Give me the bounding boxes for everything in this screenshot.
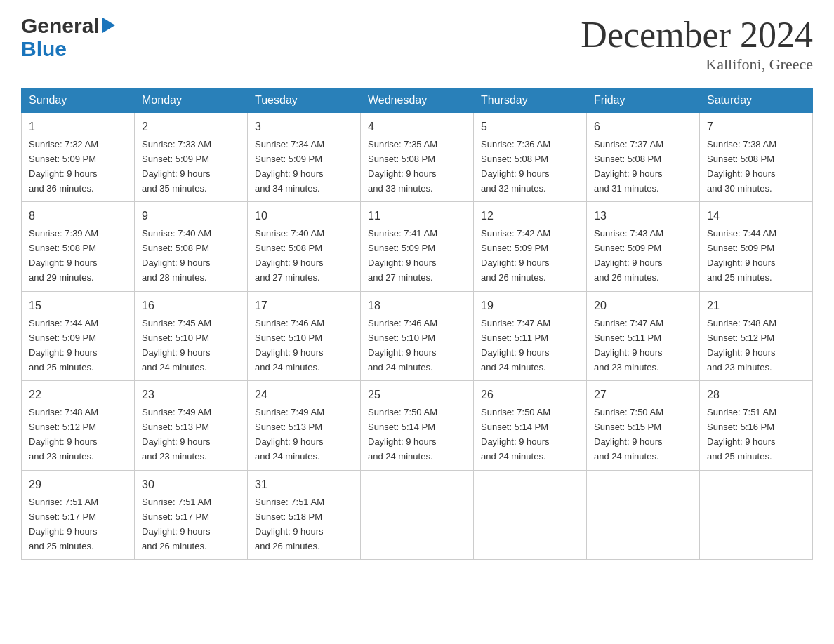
logo-general: General [21,14,100,37]
header-monday: Monday [135,88,248,113]
day-info: Sunrise: 7:38 AMSunset: 5:08 PMDaylight:… [707,139,776,194]
day-info: Sunrise: 7:39 AMSunset: 5:08 PMDaylight:… [29,228,98,283]
day-number: 30 [142,476,240,494]
table-row [361,470,474,559]
header-sunday: Sunday [22,88,135,113]
calendar-week-row: 15Sunrise: 7:44 AMSunset: 5:09 PMDayligh… [22,291,813,380]
table-row: 9Sunrise: 7:40 AMSunset: 5:08 PMDaylight… [135,202,248,291]
calendar-week-row: 29Sunrise: 7:51 AMSunset: 5:17 PMDayligh… [22,470,813,559]
day-info: Sunrise: 7:32 AMSunset: 5:09 PMDaylight:… [29,139,98,194]
day-info: Sunrise: 7:42 AMSunset: 5:09 PMDaylight:… [481,228,550,283]
day-number: 6 [594,119,692,136]
day-info: Sunrise: 7:41 AMSunset: 5:09 PMDaylight:… [368,228,437,283]
table-row: 26Sunrise: 7:50 AMSunset: 5:14 PMDayligh… [474,381,587,470]
table-row [474,470,587,559]
day-info: Sunrise: 7:50 AMSunset: 5:14 PMDaylight:… [481,407,550,462]
table-row [587,470,700,559]
svg-marker-0 [102,18,115,33]
calendar-week-row: 1Sunrise: 7:32 AMSunset: 5:09 PMDaylight… [22,113,813,202]
table-row: 6Sunrise: 7:37 AMSunset: 5:08 PMDaylight… [587,113,700,202]
table-row: 13Sunrise: 7:43 AMSunset: 5:09 PMDayligh… [587,202,700,291]
table-row: 15Sunrise: 7:44 AMSunset: 5:09 PMDayligh… [22,291,135,380]
day-number: 27 [594,387,692,404]
day-info: Sunrise: 7:33 AMSunset: 5:09 PMDaylight:… [142,139,211,194]
day-info: Sunrise: 7:43 AMSunset: 5:09 PMDaylight:… [594,228,663,283]
day-info: Sunrise: 7:35 AMSunset: 5:08 PMDaylight:… [368,139,437,194]
calendar-week-row: 8Sunrise: 7:39 AMSunset: 5:08 PMDaylight… [22,202,813,291]
day-number: 5 [481,119,579,136]
day-number: 31 [255,476,353,494]
day-number: 19 [481,297,579,315]
table-row: 29Sunrise: 7:51 AMSunset: 5:17 PMDayligh… [22,470,135,559]
day-info: Sunrise: 7:36 AMSunset: 5:08 PMDaylight:… [481,139,550,194]
day-number: 10 [255,208,353,225]
day-number: 21 [707,297,805,315]
day-number: 23 [142,387,240,404]
day-info: Sunrise: 7:44 AMSunset: 5:09 PMDaylight:… [707,228,776,283]
table-row: 16Sunrise: 7:45 AMSunset: 5:10 PMDayligh… [135,291,248,380]
table-row: 4Sunrise: 7:35 AMSunset: 5:08 PMDaylight… [361,113,474,202]
location: Kallifoni, Greece [581,55,813,74]
day-number: 8 [29,208,127,225]
day-info: Sunrise: 7:51 AMSunset: 5:16 PMDaylight:… [707,407,776,462]
day-info: Sunrise: 7:44 AMSunset: 5:09 PMDaylight:… [29,318,98,373]
header-saturday: Saturday [700,88,813,113]
day-number: 16 [142,297,240,315]
table-row: 12Sunrise: 7:42 AMSunset: 5:09 PMDayligh… [474,202,587,291]
header-friday: Friday [587,88,700,113]
calendar-table: Sunday Monday Tuesday Wednesday Thursday… [21,88,813,560]
day-info: Sunrise: 7:47 AMSunset: 5:11 PMDaylight:… [594,318,663,373]
table-row: 10Sunrise: 7:40 AMSunset: 5:08 PMDayligh… [248,202,361,291]
day-number: 13 [594,208,692,225]
table-row: 17Sunrise: 7:46 AMSunset: 5:10 PMDayligh… [248,291,361,380]
day-number: 9 [142,208,240,225]
title-block: December 2024 Kallifoni, Greece [581,14,813,74]
table-row: 11Sunrise: 7:41 AMSunset: 5:09 PMDayligh… [361,202,474,291]
day-number: 17 [255,297,353,315]
logo-blue: Blue [21,37,67,60]
day-info: Sunrise: 7:46 AMSunset: 5:10 PMDaylight:… [368,318,437,373]
day-info: Sunrise: 7:49 AMSunset: 5:13 PMDaylight:… [255,407,324,462]
day-info: Sunrise: 7:51 AMSunset: 5:18 PMDaylight:… [255,497,324,551]
table-row: 3Sunrise: 7:34 AMSunset: 5:09 PMDaylight… [248,113,361,202]
day-number: 2 [142,119,240,136]
day-number: 25 [368,387,466,404]
day-number: 18 [368,297,466,315]
table-row: 18Sunrise: 7:46 AMSunset: 5:10 PMDayligh… [361,291,474,380]
table-row: 28Sunrise: 7:51 AMSunset: 5:16 PMDayligh… [700,381,813,470]
day-number: 20 [594,297,692,315]
day-number: 26 [481,387,579,404]
table-row: 7Sunrise: 7:38 AMSunset: 5:08 PMDaylight… [700,113,813,202]
page-header: General Blue December 2024 Kallifoni, Gr… [21,14,813,74]
day-info: Sunrise: 7:51 AMSunset: 5:17 PMDaylight:… [29,497,98,551]
day-info: Sunrise: 7:47 AMSunset: 5:11 PMDaylight:… [481,318,550,373]
day-number: 22 [29,387,127,404]
day-info: Sunrise: 7:49 AMSunset: 5:13 PMDaylight:… [142,407,211,462]
day-number: 29 [29,476,127,494]
header-wednesday: Wednesday [361,88,474,113]
table-row: 30Sunrise: 7:51 AMSunset: 5:17 PMDayligh… [135,470,248,559]
table-row: 27Sunrise: 7:50 AMSunset: 5:15 PMDayligh… [587,381,700,470]
table-row: 5Sunrise: 7:36 AMSunset: 5:08 PMDaylight… [474,113,587,202]
table-row: 22Sunrise: 7:48 AMSunset: 5:12 PMDayligh… [22,381,135,470]
day-info: Sunrise: 7:51 AMSunset: 5:17 PMDaylight:… [142,497,211,551]
day-number: 7 [707,119,805,136]
table-row: 1Sunrise: 7:32 AMSunset: 5:09 PMDaylight… [22,113,135,202]
table-row: 31Sunrise: 7:51 AMSunset: 5:18 PMDayligh… [248,470,361,559]
day-info: Sunrise: 7:40 AMSunset: 5:08 PMDaylight:… [255,228,324,283]
day-number: 28 [707,387,805,404]
day-number: 15 [29,297,127,315]
day-info: Sunrise: 7:48 AMSunset: 5:12 PMDaylight:… [29,407,98,462]
day-info: Sunrise: 7:45 AMSunset: 5:10 PMDaylight:… [142,318,211,373]
day-number: 1 [29,119,127,136]
table-row: 25Sunrise: 7:50 AMSunset: 5:14 PMDayligh… [361,381,474,470]
day-number: 12 [481,208,579,225]
day-number: 3 [255,119,353,136]
table-row: 19Sunrise: 7:47 AMSunset: 5:11 PMDayligh… [474,291,587,380]
table-row: 2Sunrise: 7:33 AMSunset: 5:09 PMDaylight… [135,113,248,202]
day-number: 4 [368,119,466,136]
logo-arrow-icon [102,18,115,34]
day-info: Sunrise: 7:46 AMSunset: 5:10 PMDaylight:… [255,318,324,373]
day-info: Sunrise: 7:50 AMSunset: 5:14 PMDaylight:… [368,407,437,462]
day-info: Sunrise: 7:34 AMSunset: 5:09 PMDaylight:… [255,139,324,194]
